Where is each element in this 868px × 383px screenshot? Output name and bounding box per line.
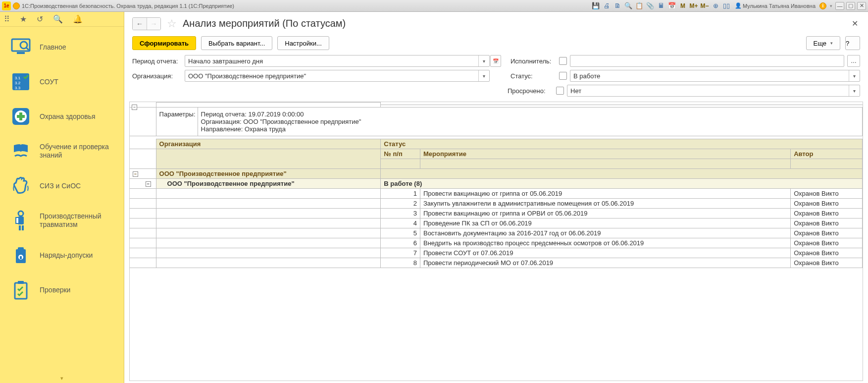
favorite-icon[interactable]: ★ — [20, 14, 27, 24]
close-window-button[interactable]: ✕ — [857, 2, 866, 10]
clipboard-icon[interactable]: 📋 — [635, 1, 644, 10]
status-checkbox[interactable] — [559, 72, 567, 80]
sidebar-item-label: Обучение и проверка знаний — [40, 143, 118, 160]
save-icon[interactable]: 💾 — [591, 1, 600, 10]
group1-org: ООО "Производственное предприятие" — [156, 169, 381, 179]
maximize-button[interactable]: ▢ — [846, 2, 855, 10]
period-calendar-icon[interactable]: 📅 — [490, 55, 501, 67]
m-plus-icon[interactable]: M+ — [689, 1, 698, 10]
overdue-value: Нет — [570, 87, 581, 95]
sidebar-item-label: Наряды-допуски — [40, 251, 118, 260]
sidebar-item-label: СОУТ — [40, 78, 118, 86]
overdue-input[interactable]: Нет ▾ — [567, 85, 860, 97]
info-icon[interactable]: i — [819, 2, 826, 9]
sidebar-item-permits[interactable]: Наряды-допуски — [0, 238, 124, 273]
executor-input[interactable] — [570, 55, 844, 67]
page-title: Анализ мероприятий (По статусам) — [183, 18, 346, 29]
sidebar-item-siz[interactable]: СИЗ и СиОС — [0, 168, 124, 203]
row-num: 7 — [381, 248, 420, 258]
overdue-dropdown-icon[interactable]: ▾ — [849, 85, 860, 96]
svg-rect-11 — [17, 115, 25, 118]
org-input[interactable]: ООО "Производственное предприятие" ▾ — [185, 70, 490, 82]
m-minus-icon[interactable]: M− — [700, 1, 709, 10]
sidebar-item-health[interactable]: Охрана здоровья — [0, 99, 124, 134]
minimize-button[interactable]: — — [835, 2, 844, 10]
collapse-all-icon[interactable]: − — [132, 105, 137, 110]
sidebar-item-sout[interactable]: 3.13.23.3 СОУТ — [0, 64, 124, 99]
calendar-icon[interactable]: 📅 — [667, 1, 676, 10]
calc-icon[interactable]: 🖩 — [657, 1, 665, 10]
table-row[interactable]: 4Проведение ПК за СП от 06.06.2019Охрано… — [130, 219, 863, 228]
svg-point-12 — [18, 211, 23, 216]
col-status: Статус — [381, 139, 863, 149]
table-row[interactable]: 8Провести периодический МО от 07.06.2019… — [130, 258, 863, 268]
sidebar-item-label: Охрана здоровья — [40, 112, 118, 121]
status-input[interactable]: В работе ▾ — [570, 70, 860, 82]
param-line: Организация: ООО "Производственное предп… — [201, 118, 361, 125]
table-row[interactable]: 7Провести СОУТ от 07.06.2019Охранов Викт… — [130, 248, 863, 258]
favorite-star-icon[interactable]: ☆ — [167, 17, 177, 30]
sidebar-item-training[interactable]: Обучение и проверка знаний — [0, 134, 124, 168]
row-author: Охранов Викто — [791, 258, 863, 268]
org-dropdown-icon[interactable]: ▾ — [478, 70, 489, 81]
period-input[interactable]: Начало завтрашнего дня ▾ 📅 — [185, 55, 490, 67]
current-user[interactable]: 👤Мулькина Татьяна Ивановна — [733, 2, 817, 9]
period-value: Начало завтрашнего дня — [188, 57, 263, 65]
help-button[interactable]: ? — [845, 36, 860, 50]
table-row[interactable]: 5Востановить документацию за 2016-2017 г… — [130, 228, 863, 238]
row-activity: Закупить увлажнители в административные … — [420, 199, 790, 209]
attach-icon[interactable]: 📎 — [646, 1, 655, 10]
sidebar-item-injury[interactable]: Производственный травматизм — [0, 203, 124, 238]
notifications-icon[interactable]: 🔔 — [73, 14, 83, 24]
table-row[interactable]: 2Закупить увлажнители в административные… — [130, 199, 863, 209]
nav-forward-button[interactable]: → — [147, 18, 160, 30]
check-clipboard-icon — [10, 279, 32, 301]
period-dropdown-icon[interactable]: ▾ — [478, 55, 489, 66]
preview-icon[interactable]: 🔍 — [624, 1, 633, 10]
group1-expander-icon[interactable]: − — [133, 171, 138, 177]
svg-text:3.3: 3.3 — [15, 86, 21, 90]
sidebar-toolbar: ⠿ ★ ↺ 🔍 🔔 — [0, 12, 124, 27]
col-num: № п/п — [381, 149, 420, 159]
more-button[interactable]: Еще — [806, 36, 840, 50]
panels-icon[interactable]: ▯▯ — [722, 1, 731, 10]
param-line: Направление: Охрана труда — [201, 125, 361, 133]
app-menu-dropdown[interactable] — [13, 2, 20, 9]
table-row[interactable]: 1Провести вакцинацию от гриппа от 05.06.… — [130, 189, 863, 199]
executor-pick-button[interactable]: … — [847, 55, 860, 67]
table-row[interactable]: 6Внедрить на производство процесс предсм… — [130, 238, 863, 248]
period-label: Период отчета: — [132, 57, 182, 65]
document-icon[interactable]: 🗎 — [613, 1, 622, 10]
search-icon[interactable]: 🔍 — [53, 14, 63, 24]
apps-icon[interactable]: ⠿ — [4, 14, 10, 24]
sidebar-item-label: СИЗ и СиОС — [40, 182, 118, 190]
content-area: ← → ☆ Анализ мероприятий (По статусам) ✕… — [124, 12, 868, 383]
nav-back-button[interactable]: ← — [133, 18, 147, 30]
executor-checkbox[interactable] — [559, 57, 567, 65]
overdue-checkbox[interactable] — [556, 87, 564, 95]
print-icon[interactable]: 🖨 — [602, 1, 611, 10]
generate-button[interactable]: Сформировать — [132, 36, 196, 50]
svg-rect-15 — [19, 225, 21, 230]
close-page-button[interactable]: ✕ — [850, 17, 860, 30]
sidebar-item-label: Проверки — [40, 286, 118, 294]
row-activity: Провести СОУТ от 07.06.2019 — [420, 248, 790, 258]
group2-expander-icon[interactable]: − — [146, 181, 151, 187]
history-icon[interactable]: ↺ — [37, 14, 43, 24]
row-activity: Провести вакцинацию от гриппа от 05.06.2… — [420, 189, 790, 199]
sidebar-item-audits[interactable]: Проверки — [0, 273, 124, 307]
m-icon[interactable]: M — [678, 1, 687, 10]
sidebar-scroll-down[interactable]: ▾ — [0, 373, 124, 383]
table-row[interactable]: 3Провести вакцинацию от гриппа и ОРВИ от… — [130, 209, 863, 219]
report-area[interactable]: − Параметры: — [129, 102, 863, 381]
row-activity: Внедрить на производство процесс предсме… — [420, 238, 790, 248]
glove-icon — [10, 175, 32, 197]
choose-variant-button[interactable]: Выбрать вариант... — [201, 36, 272, 50]
status-dropdown-icon[interactable]: ▾ — [849, 70, 860, 81]
sidebar-item-main[interactable]: Главное — [0, 30, 124, 64]
svg-text:3.2: 3.2 — [15, 81, 21, 85]
zoom-icon[interactable]: ⊕ — [711, 1, 720, 10]
app-logo-icon: 1e — [2, 1, 11, 10]
info-dropdown-icon[interactable]: ▾ — [828, 1, 833, 10]
settings-button[interactable]: Настройки... — [277, 36, 329, 50]
